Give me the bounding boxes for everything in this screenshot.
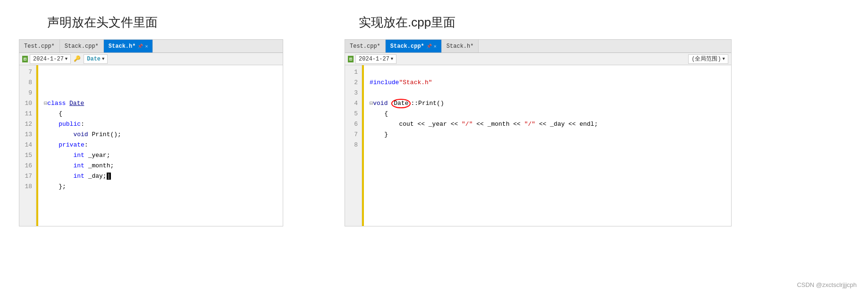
right-code-line-1 (370, 67, 725, 78)
right-tab-stackh[interactable]: Stack.h* (442, 40, 479, 52)
left-code-content: ⊟class Date { public: void Print(); priv… (38, 65, 283, 226)
left-nav-date-icon: ⊞ (22, 56, 28, 62)
code-line-8 (44, 78, 277, 88)
dropdown-arrow-icon: ▼ (65, 57, 67, 61)
code-line-16: int _month; (44, 161, 277, 171)
right-code-area: 1 2 3 4 5 6 7 8 #include"Stack.h" ⊟void … (345, 65, 731, 226)
code-line-12: public: (44, 119, 277, 130)
right-pin-icon: 📌 (426, 43, 432, 49)
right-code-line-7: } (370, 130, 725, 140)
right-dropdown-arrow2-icon: ▼ (723, 57, 725, 61)
left-nav-bar: ⊞ 2024-1-27 ▼ 🔑 Date ▼ (19, 53, 283, 65)
code-line-7 (44, 67, 277, 78)
left-line-numbers: 7 8 9 10 11 12 13 14 15 16 17 18 (19, 65, 36, 226)
right-title: 实现放在.cpp里面 (359, 14, 455, 31)
right-nav-date[interactable]: 2024-1-27 ▼ (355, 54, 396, 64)
right-line-numbers: 1 2 3 4 5 6 7 8 (345, 65, 362, 226)
nav-separator: 🔑 (73, 55, 82, 62)
right-nav-date-icon: ⊞ (348, 56, 354, 62)
main-container: 声明放在头文件里面 Test.cpp* Stack.cpp* Stack.h* … (0, 0, 868, 295)
code-line-14: private: (44, 140, 277, 150)
right-nav-item[interactable]: (全局范围) ▼ (688, 54, 728, 64)
right-tab-stackcpp[interactable]: Stack.cpp* 📌 ✕ (386, 40, 442, 52)
left-code-area: 7 8 9 10 11 12 13 14 15 16 17 18 (19, 65, 283, 226)
code-line-15: int _year; (44, 150, 277, 161)
right-ide-window: Test.cpp* Stack.cpp* 📌 ✕ Stack.h* ⊞ 2024… (345, 39, 732, 226)
right-code-line-8 (370, 140, 725, 150)
right-code-content: #include"Stack.h" ⊟void Date::Print() { … (364, 65, 731, 226)
right-code-line-2: #include"Stack.h" (370, 78, 725, 88)
left-title: 声明放在头文件里面 (47, 14, 158, 31)
right-code-line-6: cout << _year << "/" << _month << "/" <<… (370, 119, 725, 130)
code-line-11: { (44, 109, 277, 119)
code-line-13: void Print(); (44, 130, 277, 140)
left-nav-item[interactable]: Date ▼ (84, 54, 108, 64)
left-ide-window: Test.cpp* Stack.cpp* Stack.h* 📌 ✕ ⊞ 2024… (19, 39, 283, 226)
left-tab-testcpp[interactable]: Test.cpp* (19, 40, 60, 52)
cursor: | (107, 173, 111, 180)
pin-icon: 📌 (137, 43, 143, 49)
code-line-10: ⊟class Date (44, 98, 277, 109)
code-line-17: int _day;| (44, 171, 277, 182)
right-code-line-5: { (370, 109, 725, 119)
right-nav-bar: ⊞ 2024-1-27 ▼ (全局范围) ▼ (345, 53, 731, 65)
date-circle-annotation: Date (391, 99, 411, 108)
left-nav-date[interactable]: 2024-1-27 ▼ (30, 54, 71, 64)
right-code-line-3 (370, 88, 725, 98)
left-tab-stackcpp[interactable]: Stack.cpp* (60, 40, 104, 52)
right-tab-testcpp[interactable]: Test.cpp* (345, 40, 386, 52)
right-dropdown-arrow-icon: ▼ (391, 57, 393, 61)
code-line-9 (44, 88, 277, 98)
watermark: CSDN @zxctsclrjjjcph (797, 281, 857, 288)
right-code-line-4: ⊟void Date::Print() (370, 98, 725, 109)
code-line-18: }; (44, 182, 277, 192)
right-close-icon[interactable]: ✕ (434, 43, 437, 49)
close-icon[interactable]: ✕ (145, 43, 148, 49)
right-tab-bar: Test.cpp* Stack.cpp* 📌 ✕ Stack.h* (345, 40, 731, 53)
left-tab-bar: Test.cpp* Stack.cpp* Stack.h* 📌 ✕ (19, 40, 283, 53)
right-panel: 实现放在.cpp里面 Test.cpp* Stack.cpp* 📌 ✕ Stac… (340, 9, 849, 286)
dropdown-arrow2-icon: ▼ (102, 57, 104, 61)
left-panel: 声明放在头文件里面 Test.cpp* Stack.cpp* Stack.h* … (19, 9, 312, 286)
left-tab-stackh[interactable]: Stack.h* 📌 ✕ (104, 40, 153, 52)
